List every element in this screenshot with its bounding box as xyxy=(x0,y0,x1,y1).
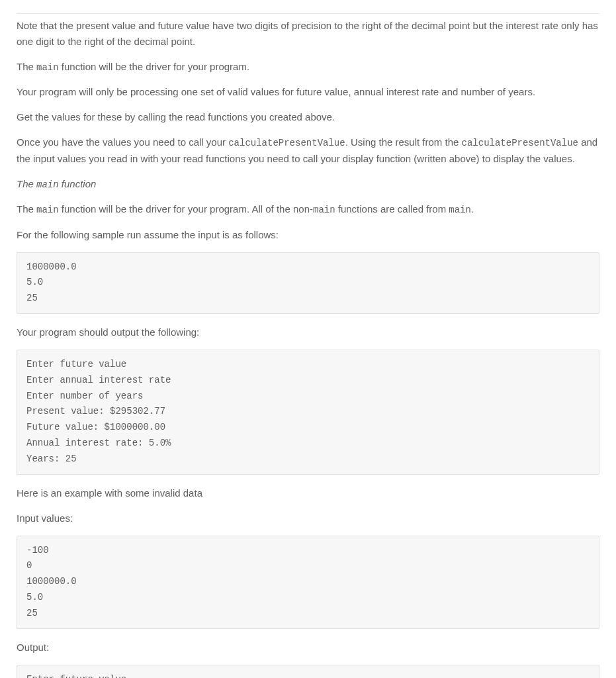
paragraph-calculate: Once you have the values you need to cal… xyxy=(17,134,599,166)
paragraph-output-label-2: Output: xyxy=(17,640,599,655)
paragraph-input-values-label: Input values: xyxy=(17,510,599,526)
code-block-output-2: Enter future value The future value must… xyxy=(17,665,599,678)
text-segment: The xyxy=(17,61,36,72)
text-segment: . Using the result from the xyxy=(345,136,462,148)
text-segment: function will be the driver for your pro… xyxy=(59,203,313,215)
code-block-output-1: Enter future value Enter annual interest… xyxy=(17,350,599,475)
code-inline-main: main xyxy=(36,179,59,190)
document-content: Note that the present value and future v… xyxy=(17,13,599,678)
text-segment: The xyxy=(17,203,36,215)
code-inline-main: main xyxy=(36,62,59,73)
code-block-input-1: 1000000.0 5.0 25 xyxy=(17,252,599,314)
code-inline-main: main xyxy=(36,205,59,215)
text-segment: The xyxy=(17,178,36,189)
code-inline-main: main xyxy=(449,205,471,215)
code-inline-main: main xyxy=(313,205,335,215)
code-inline-calculate: calculatePresentValue xyxy=(228,138,345,148)
paragraph-sample-run: For the following sample run assume the … xyxy=(17,227,599,243)
paragraph-main-driver-2: The main function will be the driver for… xyxy=(17,201,599,217)
code-inline-calculate: calculatePresentValue xyxy=(462,138,578,148)
code-block-input-2: -100 0 1000000.0 5.0 25 xyxy=(17,536,599,629)
heading-main-function: The main function xyxy=(17,176,599,192)
paragraph-precision-note: Note that the present value and future v… xyxy=(17,18,599,50)
paragraph-output-label: Your program should output the following… xyxy=(17,324,599,340)
text-segment: functions are called from xyxy=(335,203,449,215)
paragraph-get-values: Get the values for these by calling the … xyxy=(17,109,599,125)
paragraph-main-driver-1: The main function will be the driver for… xyxy=(17,59,599,75)
paragraph-single-set: Your program will only be processing one… xyxy=(17,84,599,100)
text-segment: Once you have the values you need to cal… xyxy=(17,136,228,148)
paragraph-invalid-example: Here is an example with some invalid dat… xyxy=(17,485,599,501)
text-segment: . xyxy=(471,203,474,215)
text-segment: function xyxy=(59,178,97,189)
text-segment: function will be the driver for your pro… xyxy=(59,61,249,72)
